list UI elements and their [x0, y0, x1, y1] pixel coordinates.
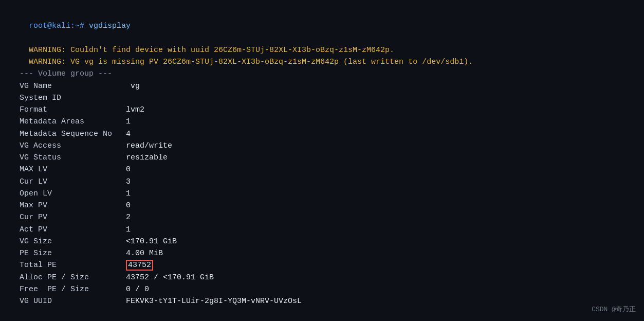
field-row-17: Free PE / Size 0 / 0 [10, 283, 634, 295]
field-value-3: 1 [126, 117, 131, 126]
command-text: vgdisplay [89, 22, 131, 30]
field-value-9: 1 [126, 189, 131, 198]
field-value-0: vg [131, 82, 140, 91]
field-row-8: Cur LV 3 [10, 176, 634, 188]
field-row-0: VG Name vg [10, 80, 634, 92]
field-value-17: 0 / 0 [126, 285, 149, 294]
field-label-10: Max PV [10, 201, 126, 210]
field-label-8: Cur LV [10, 177, 126, 186]
field-label-0: VG Name [10, 82, 131, 91]
field-row-12: Act PV 1 [10, 224, 634, 236]
field-row-9: Open LV 1 [10, 188, 634, 200]
field-label-9: Open LV [10, 189, 126, 198]
field-value-7: 0 [126, 165, 131, 174]
field-row-18: VG UUID FEKVK3-tY1T-LUir-2g8I-YQ3M-vNRV-… [10, 295, 634, 307]
watermark: CSDN @奇乃正 [592, 305, 636, 315]
field-label-6: VG Status [10, 153, 126, 162]
field-value-13: <170.91 GiB [126, 237, 177, 246]
warning-line-1: WARNING: Couldn't find device with uuid … [10, 44, 634, 56]
field-value-6: resizable [126, 153, 168, 162]
field-value-5: read/write [126, 141, 172, 150]
field-value-12: 1 [126, 225, 131, 234]
prompt-line-1: root@kali:~# vgdisplay [10, 8, 634, 44]
field-value-4: 4 [126, 130, 131, 138]
field-label-12: Act PV [10, 225, 126, 234]
field-row-16: Alloc PE / Size 43752 / <170.91 GiB [10, 272, 634, 283]
field-row-1: System ID [10, 92, 634, 104]
field-row-3: Metadata Areas 1 [10, 116, 634, 128]
terminal-window: root@kali:~# vgdisplay WARNING: Couldn't… [0, 0, 644, 321]
field-label-2: Format [10, 105, 126, 114]
field-label-11: Cur PV [10, 213, 126, 222]
field-label-3: Metadata Areas [10, 117, 126, 126]
field-value-8: 3 [126, 177, 131, 186]
field-value-14: 4.00 MiB [126, 249, 163, 258]
field-label-4: Metadata Sequence No [10, 130, 126, 138]
field-row-15: Total PE 43752 [10, 259, 634, 271]
field-row-14: PE Size 4.00 MiB [10, 247, 634, 259]
field-value-11: 2 [126, 213, 131, 222]
field-row-13: VG Size <170.91 GiB [10, 236, 634, 247]
prompt-1: root@kali:~# [29, 22, 89, 30]
field-label-18: VG UUID [10, 297, 126, 306]
field-label-14: PE Size [10, 249, 126, 258]
field-label-13: VG Size [10, 237, 126, 246]
section-header: --- Volume group --- [10, 68, 634, 80]
field-value-10: 0 [126, 201, 131, 210]
warning-line-2: WARNING: VG vg is missing PV 26CZ6m-STUj… [10, 56, 634, 68]
field-row-2: Format lvm2 [10, 104, 634, 116]
field-row-5: VG Access read/write [10, 140, 634, 152]
field-label-1: System ID [10, 94, 131, 102]
field-value-highlight-15: 43752 [126, 260, 153, 271]
field-label-5: VG Access [10, 141, 126, 150]
field-label-16: Alloc PE / Size [10, 273, 126, 282]
field-label-15: Total PE [10, 261, 126, 270]
field-row-6: VG Status resizable [10, 152, 634, 164]
field-row-10: Max PV 0 [10, 200, 634, 211]
field-row-7: MAX LV 0 [10, 164, 634, 175]
fields-container: VG Name vg System ID Format lvm2 Metadat… [10, 80, 634, 308]
field-row-11: Cur PV 2 [10, 211, 634, 223]
field-value-16: 43752 / <170.91 GiB [126, 273, 214, 282]
field-row-4: Metadata Sequence No 4 [10, 128, 634, 140]
field-label-7: MAX LV [10, 165, 126, 174]
field-value-2: lvm2 [126, 105, 144, 114]
field-label-17: Free PE / Size [10, 285, 126, 294]
field-value-18: FEKVK3-tY1T-LUir-2g8I-YQ3M-vNRV-UVzOsL [126, 297, 302, 306]
prompt-line-2[interactable]: root@kali:~# [10, 307, 634, 321]
